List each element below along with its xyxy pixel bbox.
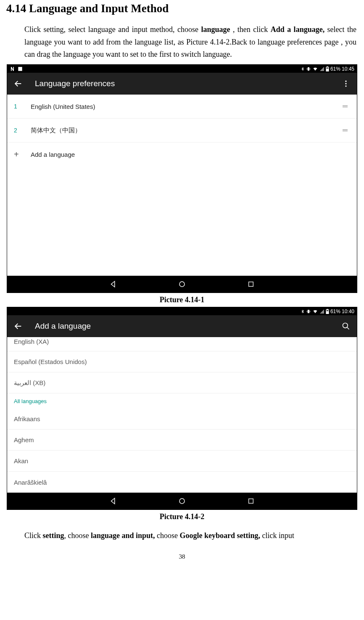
svg-rect-5 — [249, 282, 253, 287]
nav-recent-button[interactable] — [246, 279, 256, 289]
list-item[interactable]: Aghem — [7, 430, 357, 451]
nav-recent-icon — [248, 281, 254, 288]
drag-handle[interactable] — [340, 125, 350, 135]
wifi-icon — [312, 66, 318, 71]
bold-google-keyboard: Google keyboard setting, — [180, 531, 261, 540]
back-button[interactable] — [13, 79, 23, 89]
list-item[interactable]: English (XA) — [7, 337, 357, 351]
status-left — [10, 66, 23, 72]
add-language-row[interactable]: + Add a language — [7, 142, 357, 166]
svg-point-7 — [343, 323, 348, 328]
svg-point-4 — [179, 282, 185, 287]
android-status-bar: 61% 10:45 — [7, 65, 357, 73]
android-nav-bar — [7, 493, 357, 509]
section-heading: 4.14 Language and Input Method — [0, 0, 364, 24]
page-number: 38 — [0, 546, 364, 560]
bold-language-input: language and input, — [91, 531, 155, 540]
figure-caption-1: Picture 4.14-1 — [0, 293, 364, 307]
language-row[interactable]: 1 English (United States) — [7, 95, 357, 119]
bold-setting: setting — [43, 531, 64, 540]
arrow-left-icon — [13, 322, 23, 331]
language-index: 2 — [14, 127, 31, 134]
list-item[interactable]: Afrikaans — [7, 409, 357, 430]
content-area: English (XA) Español (Estados Unidos) ال… — [7, 337, 357, 493]
text: choose — [155, 531, 180, 540]
nav-back-icon — [109, 497, 117, 505]
nav-home-button[interactable] — [177, 279, 187, 289]
language-label: 简体中文（中国） — [31, 127, 340, 135]
overflow-menu-button[interactable] — [341, 79, 351, 89]
text: Click setting, select language and input… — [24, 25, 201, 34]
battery-percent: 61% — [330, 309, 340, 314]
signal-icon — [319, 309, 324, 314]
clock: 10:45 — [342, 66, 354, 72]
svg-point-2 — [345, 83, 346, 84]
text: Click — [24, 531, 43, 540]
battery-icon — [326, 66, 329, 71]
clock: 10:40 — [342, 309, 354, 314]
screenshot-add-language: 61% 10:40 Add a language English (XA) Es… — [7, 307, 357, 510]
list-item[interactable]: Akan — [7, 451, 357, 472]
battery-percent: 61% — [330, 66, 340, 72]
signal-icon — [319, 66, 324, 71]
android-status-bar: 61% 10:40 — [7, 307, 357, 315]
screenshot-language-preferences: 61% 10:45 Language preferences 1 English… — [7, 64, 357, 293]
svg-rect-6 — [327, 310, 329, 311]
bold-language: language — [201, 25, 230, 34]
paragraph-2: Click setting, choose language and input… — [0, 530, 364, 546]
section-header-all-languages: All languages — [7, 393, 357, 409]
status-right: 61% 10:40 — [301, 309, 354, 314]
appbar-title: Language preferences — [35, 79, 341, 88]
nav-back-button[interactable] — [108, 279, 118, 289]
drag-handle-icon — [341, 103, 349, 110]
svg-point-3 — [345, 85, 346, 87]
bold-add-language: Add a language, — [271, 25, 324, 34]
drag-handle[interactable] — [340, 101, 350, 111]
app-bar: Language preferences — [7, 73, 357, 95]
vibrate-icon — [306, 309, 311, 314]
nav-recent-icon — [248, 498, 254, 504]
search-button[interactable] — [341, 321, 351, 331]
battery-icon — [326, 309, 329, 314]
nav-home-button[interactable] — [177, 496, 187, 506]
add-language-label: Add a language — [31, 151, 75, 158]
appbar-title: Add a language — [35, 322, 341, 331]
more-vert-icon — [342, 79, 350, 88]
search-icon — [342, 322, 350, 330]
list-item[interactable]: Anarâškielâ — [7, 472, 357, 493]
list-item[interactable]: العربية (XB) — [7, 372, 357, 393]
nav-home-icon — [178, 280, 186, 288]
language-row[interactable]: 2 简体中文（中国） — [7, 119, 357, 142]
text: , choose — [64, 531, 91, 540]
nav-back-icon — [109, 280, 117, 288]
picture-icon — [17, 66, 23, 72]
wifi-icon — [312, 309, 318, 314]
svg-rect-0 — [327, 67, 329, 69]
svg-rect-9 — [249, 499, 253, 504]
status-right: 61% 10:45 — [301, 66, 354, 72]
paragraph-1: Click setting, select language and input… — [0, 24, 364, 64]
nav-recent-button[interactable] — [246, 496, 256, 506]
android-nav-bar — [7, 276, 357, 293]
language-label: English (United States) — [31, 103, 340, 110]
empty-space — [7, 166, 357, 276]
n-icon — [10, 66, 16, 72]
nav-home-icon — [178, 497, 186, 505]
figure-caption-2: Picture 4.14-2 — [0, 510, 364, 524]
back-button[interactable] — [13, 321, 23, 331]
drag-handle-icon — [341, 127, 349, 134]
vibrate-icon — [306, 66, 311, 71]
svg-point-8 — [179, 499, 185, 504]
plus-icon: + — [14, 150, 31, 159]
text: click input — [260, 531, 294, 540]
arrow-left-icon — [13, 79, 23, 88]
nav-back-button[interactable] — [108, 496, 118, 506]
text: , then click — [230, 25, 270, 34]
list-item[interactable]: Español (Estados Unidos) — [7, 351, 357, 372]
bluetooth-icon — [301, 66, 305, 71]
app-bar: Add a language — [7, 315, 357, 337]
bluetooth-icon — [301, 309, 305, 314]
svg-point-1 — [345, 81, 346, 82]
content-area: 1 English (United States) 2 简体中文（中国） + A… — [7, 95, 357, 276]
language-index: 1 — [14, 103, 31, 110]
